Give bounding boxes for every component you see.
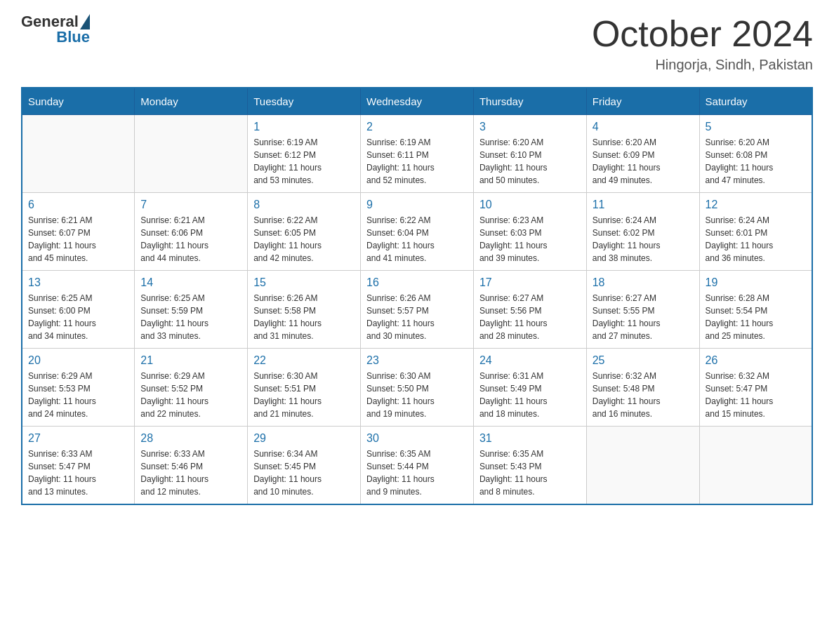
day-info: Sunrise: 6:20 AM Sunset: 6:10 PM Dayligh… (479, 136, 581, 187)
calendar-cell: 6Sunrise: 6:21 AM Sunset: 6:07 PM Daylig… (22, 193, 135, 271)
day-info: Sunrise: 6:20 AM Sunset: 6:09 PM Dayligh… (593, 136, 694, 187)
day-number: 12 (706, 199, 806, 211)
calendar-cell: 2Sunrise: 6:19 AM Sunset: 6:11 PM Daylig… (361, 115, 474, 193)
day-number: 9 (366, 199, 468, 211)
calendar-cell (135, 115, 248, 193)
day-info: Sunrise: 6:32 AM Sunset: 5:47 PM Dayligh… (706, 370, 806, 420)
day-info: Sunrise: 6:28 AM Sunset: 5:54 PM Dayligh… (706, 292, 806, 342)
calendar-cell: 9Sunrise: 6:22 AM Sunset: 6:04 PM Daylig… (361, 193, 474, 271)
day-number: 13 (28, 276, 128, 289)
day-number: 1 (253, 121, 355, 133)
calendar-cell: 15Sunrise: 6:26 AM Sunset: 5:58 PM Dayli… (248, 271, 361, 349)
day-number: 31 (479, 432, 581, 445)
calendar-cell: 29Sunrise: 6:34 AM Sunset: 5:45 PM Dayli… (248, 427, 361, 505)
calendar-cell: 4Sunrise: 6:20 AM Sunset: 6:09 PM Daylig… (586, 115, 699, 193)
calendar-cell: 1Sunrise: 6:19 AM Sunset: 6:12 PM Daylig… (248, 115, 361, 193)
calendar-table: SundayMondayTuesdayWednesdayThursdayFrid… (21, 87, 813, 505)
day-number: 4 (593, 121, 694, 133)
title-block: October 2024 Hingorja, Sindh, Pakistan (592, 14, 813, 73)
calendar-cell: 21Sunrise: 6:29 AM Sunset: 5:52 PM Dayli… (135, 349, 248, 427)
day-info: Sunrise: 6:30 AM Sunset: 5:50 PM Dayligh… (366, 370, 468, 420)
day-number: 15 (253, 276, 355, 289)
logo-general-text: General (21, 14, 79, 29)
day-info: Sunrise: 6:21 AM Sunset: 6:07 PM Dayligh… (28, 214, 128, 264)
calendar-cell: 30Sunrise: 6:35 AM Sunset: 5:44 PM Dayli… (361, 427, 474, 505)
logo-blue-text: Blue (21, 28, 90, 46)
calendar-header-row: SundayMondayTuesdayWednesdayThursdayFrid… (22, 88, 812, 115)
day-info: Sunrise: 6:33 AM Sunset: 5:46 PM Dayligh… (140, 448, 241, 498)
calendar-cell: 28Sunrise: 6:33 AM Sunset: 5:46 PM Dayli… (135, 427, 248, 505)
day-info: Sunrise: 6:19 AM Sunset: 6:12 PM Dayligh… (253, 136, 355, 187)
day-info: Sunrise: 6:29 AM Sunset: 5:53 PM Dayligh… (28, 370, 128, 420)
day-info: Sunrise: 6:35 AM Sunset: 5:44 PM Dayligh… (366, 448, 468, 498)
day-number: 10 (479, 199, 581, 211)
day-info: Sunrise: 6:21 AM Sunset: 6:06 PM Dayligh… (140, 214, 241, 264)
day-number: 16 (366, 276, 468, 289)
page-header: General Blue October 2024 Hingorja, Sind… (21, 14, 813, 73)
calendar-cell: 23Sunrise: 6:30 AM Sunset: 5:50 PM Dayli… (361, 349, 474, 427)
calendar-cell: 5Sunrise: 6:20 AM Sunset: 6:08 PM Daylig… (699, 115, 812, 193)
calendar-day-header: Sunday (22, 88, 135, 115)
calendar-cell: 10Sunrise: 6:23 AM Sunset: 6:03 PM Dayli… (473, 193, 586, 271)
day-number: 28 (140, 432, 241, 445)
calendar-day-header: Tuesday (248, 88, 361, 115)
day-info: Sunrise: 6:24 AM Sunset: 6:01 PM Dayligh… (706, 214, 806, 264)
day-number: 6 (28, 199, 128, 211)
calendar-cell: 8Sunrise: 6:22 AM Sunset: 6:05 PM Daylig… (248, 193, 361, 271)
day-number: 30 (366, 432, 468, 445)
day-info: Sunrise: 6:27 AM Sunset: 5:56 PM Dayligh… (479, 292, 581, 342)
calendar-day-header: Wednesday (361, 88, 474, 115)
day-number: 21 (140, 354, 241, 367)
calendar-cell: 26Sunrise: 6:32 AM Sunset: 5:47 PM Dayli… (699, 349, 812, 427)
calendar-cell: 3Sunrise: 6:20 AM Sunset: 6:10 PM Daylig… (473, 115, 586, 193)
calendar-cell: 27Sunrise: 6:33 AM Sunset: 5:47 PM Dayli… (22, 427, 135, 505)
day-info: Sunrise: 6:35 AM Sunset: 5:43 PM Dayligh… (479, 448, 581, 498)
day-number: 26 (706, 354, 806, 367)
calendar-cell: 16Sunrise: 6:26 AM Sunset: 5:57 PM Dayli… (361, 271, 474, 349)
calendar-cell (22, 115, 135, 193)
calendar-cell: 19Sunrise: 6:28 AM Sunset: 5:54 PM Dayli… (699, 271, 812, 349)
day-number: 11 (593, 199, 694, 211)
calendar-cell: 11Sunrise: 6:24 AM Sunset: 6:02 PM Dayli… (586, 193, 699, 271)
calendar-cell: 24Sunrise: 6:31 AM Sunset: 5:49 PM Dayli… (473, 349, 586, 427)
day-info: Sunrise: 6:22 AM Sunset: 6:04 PM Dayligh… (366, 214, 468, 264)
day-number: 23 (366, 354, 468, 367)
day-info: Sunrise: 6:30 AM Sunset: 5:51 PM Dayligh… (253, 370, 355, 420)
calendar-week-row: 13Sunrise: 6:25 AM Sunset: 6:00 PM Dayli… (22, 271, 812, 349)
calendar-day-header: Thursday (473, 88, 586, 115)
day-info: Sunrise: 6:33 AM Sunset: 5:47 PM Dayligh… (28, 448, 128, 498)
month-title: October 2024 (592, 14, 813, 54)
day-number: 25 (593, 354, 694, 367)
calendar-cell: 7Sunrise: 6:21 AM Sunset: 6:06 PM Daylig… (135, 193, 248, 271)
logo-triangle-icon (80, 14, 90, 29)
day-number: 8 (253, 199, 355, 211)
calendar-week-row: 1Sunrise: 6:19 AM Sunset: 6:12 PM Daylig… (22, 115, 812, 193)
day-number: 7 (140, 199, 241, 211)
day-info: Sunrise: 6:22 AM Sunset: 6:05 PM Dayligh… (253, 214, 355, 264)
day-number: 29 (253, 432, 355, 445)
calendar-cell (699, 427, 812, 505)
calendar-day-header: Monday (135, 88, 248, 115)
day-number: 27 (28, 432, 128, 445)
calendar-cell: 25Sunrise: 6:32 AM Sunset: 5:48 PM Dayli… (586, 349, 699, 427)
calendar-cell: 31Sunrise: 6:35 AM Sunset: 5:43 PM Dayli… (473, 427, 586, 505)
day-info: Sunrise: 6:20 AM Sunset: 6:08 PM Dayligh… (706, 136, 806, 187)
day-number: 22 (253, 354, 355, 367)
calendar-week-row: 6Sunrise: 6:21 AM Sunset: 6:07 PM Daylig… (22, 193, 812, 271)
calendar-week-row: 20Sunrise: 6:29 AM Sunset: 5:53 PM Dayli… (22, 349, 812, 427)
calendar-cell (586, 427, 699, 505)
day-info: Sunrise: 6:32 AM Sunset: 5:48 PM Dayligh… (593, 370, 694, 420)
calendar-cell: 13Sunrise: 6:25 AM Sunset: 6:00 PM Dayli… (22, 271, 135, 349)
logo: General Blue (21, 14, 90, 46)
day-info: Sunrise: 6:27 AM Sunset: 5:55 PM Dayligh… (593, 292, 694, 342)
day-number: 5 (706, 121, 806, 133)
day-info: Sunrise: 6:26 AM Sunset: 5:57 PM Dayligh… (366, 292, 468, 342)
calendar-day-header: Saturday (699, 88, 812, 115)
calendar-cell: 18Sunrise: 6:27 AM Sunset: 5:55 PM Dayli… (586, 271, 699, 349)
day-info: Sunrise: 6:24 AM Sunset: 6:02 PM Dayligh… (593, 214, 694, 264)
day-number: 3 (479, 121, 581, 133)
calendar-cell: 17Sunrise: 6:27 AM Sunset: 5:56 PM Dayli… (473, 271, 586, 349)
day-number: 17 (479, 276, 581, 289)
day-number: 19 (706, 276, 806, 289)
day-info: Sunrise: 6:19 AM Sunset: 6:11 PM Dayligh… (366, 136, 468, 187)
